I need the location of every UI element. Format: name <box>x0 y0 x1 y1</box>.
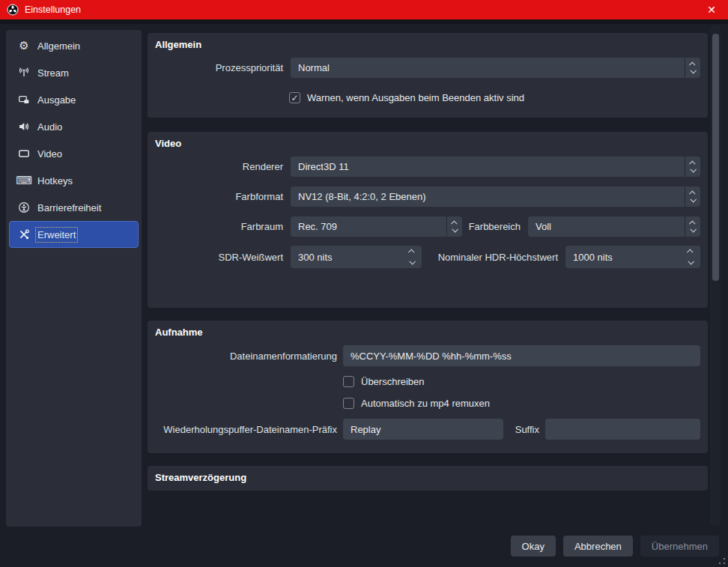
section-title: Aufnahme <box>148 321 708 338</box>
renderer-value: Direct3D 11 <box>291 161 685 172</box>
prozessprioritaet-select[interactable]: Normal <box>291 58 700 78</box>
window-title: Einstellungen <box>25 4 81 15</box>
prozessprioritaet-label: Prozesspriorität <box>148 62 283 73</box>
section-title: Allgemein <box>148 33 708 50</box>
remux-checkbox[interactable] <box>343 398 354 409</box>
accessibility-icon <box>17 201 31 213</box>
titlebar-shadow <box>0 19 728 24</box>
spinbox-arrows-icon[interactable] <box>402 246 422 268</box>
titlebar: Einstellungen ✕ <box>0 0 728 19</box>
monitor-icon <box>17 148 31 160</box>
combo-arrows-icon[interactable] <box>685 216 700 237</box>
sidebar-item-label: Barrierefreiheit <box>37 202 101 213</box>
sidebar-item-label: Erweitert <box>37 229 76 240</box>
sidebar-item-label: Stream <box>37 67 69 79</box>
ueberschreiben-checkbox[interactable] <box>343 376 354 387</box>
scrollbar-thumb[interactable] <box>712 34 719 281</box>
farbformat-value: NV12 (8-Bit, 4:2:0, 2 Ebenen) <box>291 191 685 202</box>
warn-checkbox-label[interactable]: Warnen, wenn Ausgaben beim Beenden aktiv… <box>307 92 524 103</box>
keyboard-icon: ⌨ <box>17 175 31 187</box>
farbraum-label: Farbraum <box>148 221 283 232</box>
farbbereich-label: Farbbereich <box>462 221 521 232</box>
replay-praefix-value: Replay <box>351 424 380 435</box>
sidebar-item-ausgabe[interactable]: Ausgabe <box>9 86 139 113</box>
combo-arrows-icon[interactable] <box>685 157 700 177</box>
sidebar-item-stream[interactable]: Stream <box>9 59 139 86</box>
sidebar-item-video[interactable]: Video <box>9 140 139 167</box>
combo-arrows-icon[interactable] <box>685 58 700 78</box>
farbraum-select[interactable]: Rec. 709 <box>291 216 462 237</box>
section-allgemein: Allgemein Prozesspriorität Normal Warnen… <box>148 33 708 118</box>
hdr-hoechstwert-spinbox[interactable]: 1000 nits <box>565 246 700 268</box>
sdr-weisswert-label: SDR-Weißwert <box>148 252 283 263</box>
dateinamenformatierung-value: %CCYY-%MM-%DD %hh-%mm-%ss <box>351 351 512 362</box>
prozessprioritaet-value: Normal <box>291 62 685 73</box>
section-streamverzoegerung: Streamverzögerung <box>148 466 708 491</box>
sdr-weisswert-spinbox[interactable]: 300 nits <box>291 246 422 268</box>
remux-checkbox-label[interactable]: Automatisch zu mp4 remuxen <box>361 398 490 409</box>
sidebar-item-erweitert[interactable]: Erweitert <box>9 221 139 248</box>
sidebar-item-label: Ausgabe <box>37 94 76 106</box>
suffix-label: Suffix <box>509 424 539 435</box>
combo-arrows-icon[interactable] <box>446 216 462 237</box>
settings-sidebar: ⚙ Allgemein Stream Ausgabe <box>6 30 142 527</box>
combo-arrows-icon[interactable] <box>685 187 700 207</box>
replay-praefix-label: Wiederholungspuffer-Dateinamen-Präfix <box>148 424 337 435</box>
section-title: Video <box>148 132 708 149</box>
output-icon <box>17 94 31 106</box>
sidebar-item-label: Allgemein <box>37 40 80 52</box>
hdr-hoechstwert-value: 1000 nits <box>565 252 681 263</box>
suffix-input[interactable] <box>545 419 700 440</box>
okay-button[interactable]: Okay <box>511 536 556 557</box>
uebernehmen-button[interactable]: Übernehmen <box>640 536 719 557</box>
sidebar-item-label: Audio <box>37 121 62 133</box>
speaker-icon <box>17 121 31 133</box>
farbformat-label: Farbformat <box>148 191 283 202</box>
warn-checkbox[interactable] <box>289 92 300 103</box>
replay-praefix-input[interactable]: Replay <box>343 419 503 440</box>
sidebar-item-audio[interactable]: Audio <box>9 113 139 140</box>
sidebar-item-label: Video <box>37 148 62 160</box>
sidebar-item-label: Hotkeys <box>37 175 73 187</box>
farbformat-select[interactable]: NV12 (8-Bit, 4:2:0, 2 Ebenen) <box>291 187 700 207</box>
sidebar-item-hotkeys[interactable]: ⌨ Hotkeys <box>9 167 139 194</box>
sdr-weisswert-value: 300 nits <box>291 252 402 263</box>
sidebar-item-barrierefreiheit[interactable]: Barrierefreiheit <box>9 194 139 221</box>
farbbereich-value: Voll <box>528 221 685 232</box>
close-icon[interactable]: ✕ <box>702 0 721 19</box>
farbbereich-select[interactable]: Voll <box>528 216 700 237</box>
abbrechen-button[interactable]: Abbrechen <box>563 536 633 557</box>
spinbox-arrows-icon[interactable] <box>681 246 700 268</box>
renderer-label: Renderer <box>148 161 283 172</box>
dialog-buttons: Okay Abbrechen Übernehmen <box>511 536 719 557</box>
section-video: Video Renderer Direct3D 11 Farbformat NV… <box>148 132 708 308</box>
dateinamenformatierung-input[interactable]: %CCYY-%MM-%DD %hh-%mm-%ss <box>343 345 700 366</box>
dateinamenformatierung-label: Dateinamenformatierung <box>148 351 337 362</box>
farbraum-value: Rec. 709 <box>291 221 446 232</box>
obs-logo-icon <box>7 4 19 16</box>
sidebar-item-allgemein[interactable]: ⚙ Allgemein <box>9 32 139 59</box>
hdr-hoechstwert-label: Nominaler HDR-Höchstwert <box>422 252 558 263</box>
gear-icon: ⚙ <box>17 40 31 52</box>
section-title: Streamverzögerung <box>148 466 708 483</box>
tools-icon <box>17 228 31 240</box>
ueberschreiben-checkbox-label[interactable]: Überschreiben <box>361 376 425 387</box>
section-aufnahme: Aufnahme Dateinamenformatierung %CCYY-%M… <box>148 321 708 453</box>
renderer-select[interactable]: Direct3D 11 <box>291 157 700 177</box>
broadcast-icon <box>17 67 31 79</box>
